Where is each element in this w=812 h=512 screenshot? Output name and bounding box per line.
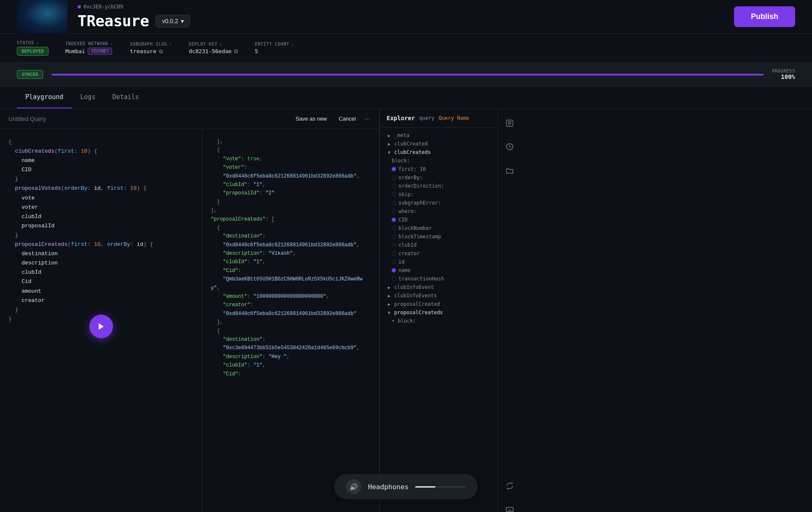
explorer-tree: ▶ _meta ▶ clubCreated ▼ clubCreateds blo…: [380, 128, 497, 512]
folder-icon[interactable]: [502, 163, 517, 178]
info-icon: ↓: [36, 40, 39, 45]
block-number-icon: [392, 226, 396, 230]
refresh-icon[interactable]: [502, 478, 517, 493]
tree-item-club-id[interactable]: clubId: [380, 241, 497, 249]
svg-rect-3: [506, 507, 513, 512]
audio-progress-fill: [415, 486, 436, 488]
code-editor[interactable]: { clubCreateds(first: 10) { name CID } p…: [0, 129, 202, 512]
info-icon: ↓: [110, 41, 113, 46]
deploy-key-label: DEPLOY KEY ↓: [189, 42, 238, 46]
more-options-button[interactable]: ···: [364, 114, 371, 123]
deployed-badge: DEPLOYED: [17, 47, 48, 56]
svg-marker-0: [99, 323, 104, 330]
tree-item-block-timestamp[interactable]: blockTimestamp: [380, 232, 497, 241]
document-icon[interactable]: [502, 116, 517, 131]
slug-label: SUBGRAPH SLUG ↓: [130, 42, 172, 46]
publish-button[interactable]: Publish: [734, 6, 795, 27]
explorer-header: Explorer query Query Name: [380, 109, 497, 128]
tree-item-club-createds[interactable]: ▼ clubCreateds: [380, 148, 497, 156]
id-icon: [392, 260, 396, 264]
side-icons: [497, 109, 521, 512]
tree-item-transaction-hash[interactable]: transactionHash: [380, 275, 497, 283]
testnet-badge: TESTNET: [88, 48, 112, 55]
expand-clubinfoevent-icon: ▶: [387, 285, 392, 290]
expand-proposalcreateds-icon: ▼: [387, 310, 392, 315]
version-selector[interactable]: v0.0.2 ▾: [156, 15, 190, 27]
tree-item-where[interactable]: where:: [380, 207, 497, 216]
club-id-icon: [392, 243, 396, 247]
tabs-bar: Playground Logs Details: [0, 86, 812, 109]
cancel-button[interactable]: Cancel: [336, 114, 359, 124]
tab-playground[interactable]: Playground: [17, 86, 72, 108]
tree-item-id[interactable]: id: [380, 258, 497, 266]
tree-item-order-by[interactable]: orderBy:: [380, 173, 497, 182]
audio-player: 🔊 Headphones: [334, 474, 478, 499]
tree-item-meta[interactable]: ▶ _meta: [380, 131, 497, 140]
history-icon[interactable]: [502, 139, 517, 154]
deploy-key-item: DEPLOY KEY ↓ dc8231-56edae ⧉: [189, 42, 238, 55]
tree-item-club-info-event[interactable]: ▶ clubInfoEvent: [380, 283, 497, 291]
editor-toolbar: Save as new Cancel ···: [0, 109, 379, 129]
run-query-button[interactable]: [89, 315, 113, 338]
audio-progress-track[interactable]: [415, 486, 466, 488]
wallet-address: 0xc3E8-ycbCB9: [83, 4, 123, 10]
copy-key-icon[interactable]: ⧉: [234, 48, 238, 55]
skip-icon: [392, 192, 396, 197]
tree-item-club-created[interactable]: ▶ clubCreated: [380, 140, 497, 148]
top-bar-left: 0xc3E8-ycbCB9 TReasure v0.0.2 ▾: [17, 0, 190, 34]
info-icon: ↓: [219, 42, 222, 46]
tab-logs[interactable]: Logs: [72, 86, 104, 108]
wallet-badge: 0xc3E8-ycbCB9: [78, 4, 190, 10]
tree-item-cid[interactable]: CID: [380, 216, 497, 224]
query-name-input[interactable]: [8, 116, 287, 122]
tree-item-proposal-created[interactable]: ▶ proposalCreated: [380, 300, 497, 308]
tree-item-first[interactable]: first: 10: [380, 165, 497, 173]
tree-item-block-number[interactable]: blockNumber: [380, 224, 497, 232]
meta-bar: STATUS ↓ DEPLOYED INDEXED NETWORK ↓ Mumb…: [0, 34, 812, 63]
name-selected-icon: [392, 268, 396, 272]
subgraph-error-icon: [392, 201, 396, 205]
tree-item-block[interactable]: block:: [380, 156, 497, 165]
explorer-title: Explorer: [387, 115, 415, 121]
progress-fill: [51, 74, 764, 75]
audio-volume-icon[interactable]: 🔊: [346, 479, 361, 494]
info-icon: ↓: [291, 42, 294, 46]
subgraph-image: [17, 0, 67, 34]
progress-bar-container: SYNCED PROGRESS 100%: [0, 63, 812, 86]
tree-item-creator[interactable]: creator: [380, 249, 497, 258]
project-title: TReasure: [78, 12, 149, 30]
expand-proposalcreated-icon: ▶: [387, 302, 392, 307]
network-item: INDEXED NETWORK ↓ Mumbai TESTNET: [65, 41, 113, 55]
tree-item-proposal-createds[interactable]: ▼ proposalCreateds: [380, 308, 497, 317]
chevron-down-icon: ▾: [181, 18, 184, 24]
entity-count-value: 5: [255, 48, 294, 54]
progress-label-container: PROGRESS 100%: [772, 69, 795, 80]
tree-item-proposal-block[interactable]: • block:: [380, 317, 497, 325]
copy-slug-icon[interactable]: ⧉: [159, 48, 163, 55]
tree-item-skip[interactable]: skip:: [380, 190, 497, 199]
keyboard-shortcut-icon[interactable]: [502, 502, 517, 512]
info-icon: ↓: [169, 42, 172, 46]
expand-meta-icon: ▶: [387, 133, 392, 138]
where-icon: [392, 209, 396, 213]
tree-item-order-direction[interactable]: orderDirection:: [380, 182, 497, 190]
result-panel[interactable]: }, { "vote": true, "voter": "0xd8448c6f5…: [202, 129, 379, 512]
network-label: INDEXED NETWORK ↓: [65, 41, 113, 46]
save-as-new-button[interactable]: Save as new: [292, 114, 330, 124]
tab-details[interactable]: Details: [104, 86, 147, 108]
tree-item-club-info-events[interactable]: ▶ clubInfoEvents: [380, 291, 497, 300]
order-by-icon: [392, 175, 396, 180]
progress-value: 100%: [781, 73, 795, 80]
status-value: DEPLOYED: [17, 47, 48, 56]
cid-selected-icon: [392, 218, 396, 222]
first-selected-icon: [392, 167, 396, 171]
deploy-key-value: dc8231-56edae ⧉: [189, 48, 238, 55]
audio-title: Headphones: [368, 483, 409, 491]
entity-count-item: ENTITY COUNT ↓ 5: [255, 42, 294, 54]
order-direction-icon: [392, 184, 396, 188]
tree-item-name[interactable]: name: [380, 266, 497, 275]
tree-item-subgraph-error[interactable]: subgraphError:: [380, 199, 497, 207]
slug-item: SUBGRAPH SLUG ↓ treasure ⧉: [130, 42, 172, 55]
explorer-panel: Explorer query Query Name ▶ _meta ▶ club…: [379, 109, 497, 512]
wallet-dot-icon: [78, 5, 81, 8]
